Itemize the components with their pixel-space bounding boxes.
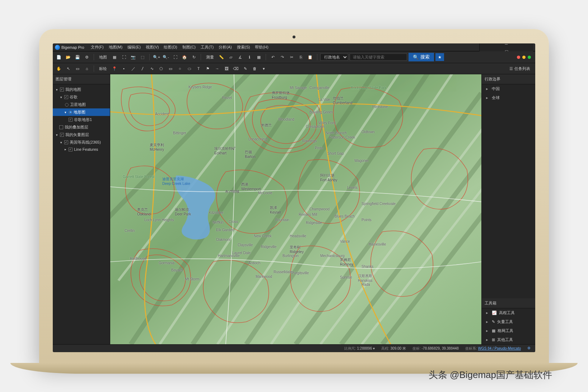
extent-button[interactable]: ⛶ [120, 53, 128, 61]
home-button[interactable]: 🏠 [181, 53, 188, 61]
flag-button[interactable]: ⚑ [204, 65, 212, 73]
tree-google[interactable]: ▾✓谷歌 [53, 93, 110, 101]
tree-my-vectors[interactable]: ▾✓我的矢量图层 [53, 131, 110, 139]
label-levels: Levels [347, 186, 358, 190]
map-canvas[interactable]: 迪普克里克湖Deep Creek Lake 弗罗斯特堡Frostburg 坎伯兰… [110, 74, 481, 344]
menu-analyze[interactable]: 分析(A) [216, 44, 234, 51]
label-neffkin: Neffkin [213, 220, 224, 224]
info-button[interactable]: ▭ [74, 65, 81, 73]
label-mccoole: McCoole [258, 191, 272, 195]
line-button[interactable]: ／ [129, 65, 137, 73]
label-northbranch: North Branch [326, 131, 347, 135]
erase-button[interactable]: ⌫ [232, 65, 240, 73]
menu-map[interactable]: 地图(M) [107, 44, 125, 51]
label-bluesbeach: Blues Beach [335, 214, 355, 218]
label-springfield: Springfield [361, 202, 378, 206]
zoom-out-button[interactable]: 🔍- [162, 53, 170, 61]
undo-button[interactable]: ↶ [269, 53, 277, 61]
zoom-in-button[interactable]: 🔍+ [153, 53, 160, 61]
label-pattersoncreek: Patterson Creek [329, 135, 355, 139]
picture-button[interactable]: 🖼 [223, 65, 230, 73]
measure-angle-button[interactable]: ∡ [236, 53, 244, 61]
refresh-button[interactable]: ↻ [190, 53, 198, 61]
gear-icon[interactable]: ⚙ [83, 53, 91, 61]
boundary-global[interactable]: ▸全球 [482, 93, 535, 102]
cut-button[interactable]: ✂ [288, 53, 295, 61]
paste-button[interactable]: 📋 [306, 53, 314, 61]
label-ridgeville: Ridgeville [261, 245, 276, 249]
menu-help[interactable]: 帮助(H) [253, 44, 270, 51]
label-newcreek: New Creek [254, 234, 271, 238]
task-list-button[interactable]: ☰ 任务列表 [507, 66, 533, 71]
text-button[interactable]: T [195, 65, 202, 73]
search-type-select[interactable]: 行政地名 [320, 53, 348, 61]
search-input[interactable] [350, 53, 407, 61]
fit-button[interactable]: ⛶ [171, 53, 179, 61]
tool-elevation[interactable]: ▸📈高程工具 [482, 308, 535, 317]
identify-button[interactable]: ℹ [246, 53, 253, 61]
circle-button[interactable]: ○ [176, 65, 184, 73]
toolbar-label-measure: 测量 [204, 55, 216, 60]
open-button[interactable]: 📂 [64, 53, 72, 61]
menu-view[interactable]: 视图(V) [144, 44, 161, 51]
measure-line-button[interactable]: 📏 [218, 53, 225, 61]
tree-satellite[interactable]: 卫星地图 [53, 101, 110, 108]
menu-tools[interactable]: 工具(T) [199, 44, 216, 51]
tool-other[interactable]: ▸⊞其他工具 [482, 335, 535, 344]
marker-button[interactable]: 📍 [111, 65, 118, 73]
ellipse-button[interactable]: ⬭ [185, 65, 193, 73]
minimize-button[interactable]: ─ [504, 43, 509, 46]
label-headsville: Headsville [290, 234, 306, 238]
clear-button[interactable]: 🗑 [251, 65, 258, 73]
edit-button[interactable]: ✎ [241, 65, 249, 73]
favorite-button[interactable]: ★ [435, 53, 444, 61]
copy-button[interactable]: ⎘ [297, 53, 305, 61]
3d-button[interactable]: ⬚ [139, 53, 146, 61]
search-button[interactable]: 🔍 搜索 [409, 53, 434, 61]
tool-vector[interactable]: ▸✎矢量工具 [482, 317, 535, 326]
label-oldtown: Oldtown [361, 130, 375, 134]
select-button[interactable]: ↖ [64, 65, 72, 73]
label-frostburg: 弗罗斯特堡Frostburg [272, 90, 290, 99]
tree-terrain-selected[interactable]: ▾地形图 [53, 108, 110, 116]
label-finzel: Finzel [222, 96, 232, 100]
tree-line-features[interactable]: ▸✓Line Features [53, 146, 110, 153]
menu-file[interactable]: 文件(F) [89, 44, 106, 51]
save-button[interactable]: 💾 [74, 53, 81, 61]
redo-button[interactable]: ↷ [278, 53, 286, 61]
boundary-china[interactable]: ▸中国 [482, 84, 535, 93]
status-crs[interactable]: WGS 84 / Pseudo-Mercato [478, 346, 521, 350]
arrow-button[interactable]: → [213, 65, 221, 73]
label-bowlinggreen: Bowling Green [309, 110, 333, 114]
menu-edit[interactable]: 编辑(E) [125, 44, 143, 51]
grid-button[interactable]: ▦ [255, 53, 263, 61]
new-button[interactable]: 📄 [55, 53, 63, 61]
label-fountain: Fountain [275, 218, 289, 222]
polygon-button[interactable]: ⬠ [157, 65, 165, 73]
curve-button[interactable]: ∿ [148, 65, 156, 73]
label-fortashby: 阿什比堡Fort Ashby [320, 173, 337, 182]
tool-grid[interactable]: ▸▦格网工具 [482, 326, 535, 335]
menu-draw[interactable]: 绘图(D) [162, 44, 179, 51]
label-champwood: Champwood [309, 207, 330, 211]
layers-button[interactable]: ▦ [111, 53, 118, 61]
pan-button[interactable]: ✋ [55, 65, 63, 73]
tree-overlay[interactable]: 我的叠加图层 [53, 123, 110, 131]
label-lavale: La Vale [318, 98, 330, 102]
home2-button[interactable]: ⌂ [83, 65, 91, 73]
more-button[interactable]: ▾ [260, 65, 268, 73]
label-corriganville: Corriganville [309, 86, 330, 90]
tree-my-maps[interactable]: ▾✓我的地图 [53, 86, 110, 93]
menu-search[interactable]: 搜索(S) [235, 44, 252, 51]
label-bloomington: 布卢明顿 [225, 189, 239, 194]
rect-button[interactable]: ▭ [167, 65, 174, 73]
settings-icon[interactable]: ⚙ [527, 346, 532, 351]
menu-carto[interactable]: 制图(C) [180, 44, 198, 51]
tree-google-terrain1[interactable]: ✓谷歌地形1 [53, 116, 110, 123]
label-purgitsville: Purgitsville [291, 271, 309, 275]
screenshot-button[interactable]: 📷 [129, 53, 137, 61]
polyline-button[interactable]: 〳 [139, 65, 146, 73]
measure-area-button[interactable]: ▱ [227, 53, 235, 61]
point-button[interactable]: • [120, 65, 128, 73]
tree-us-contour[interactable]: ▾✓美国等高线(2365) [53, 139, 110, 146]
